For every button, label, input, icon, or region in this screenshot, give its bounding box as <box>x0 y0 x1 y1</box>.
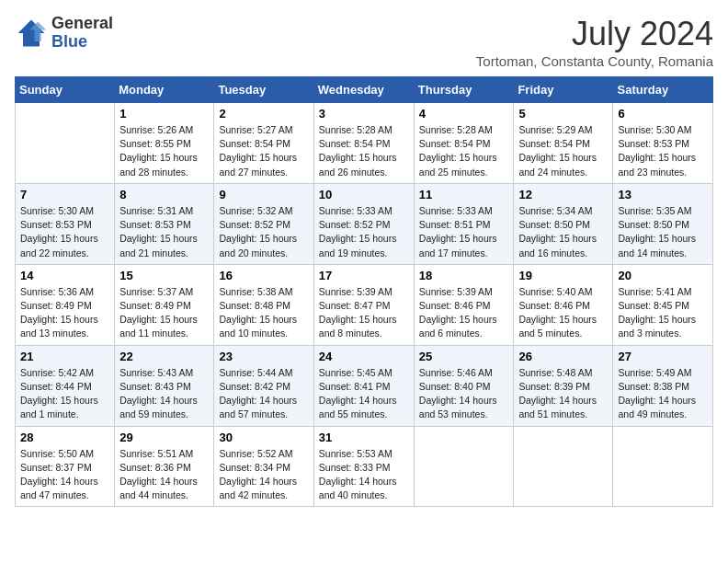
day-number: 4 <box>419 107 509 121</box>
day-cell: 31Sunrise: 5:53 AM Sunset: 8:33 PM Dayli… <box>313 426 414 507</box>
day-number: 3 <box>319 107 409 121</box>
header-wednesday: Wednesday <box>313 77 414 103</box>
day-info: Sunrise: 5:39 AM Sunset: 8:46 PM Dayligh… <box>419 285 509 341</box>
day-info: Sunrise: 5:35 AM Sunset: 8:50 PM Dayligh… <box>618 204 708 260</box>
day-cell: 29Sunrise: 5:51 AM Sunset: 8:36 PM Dayli… <box>115 426 214 507</box>
day-cell: 1Sunrise: 5:26 AM Sunset: 8:55 PM Daylig… <box>115 103 214 184</box>
day-info: Sunrise: 5:39 AM Sunset: 8:47 PM Dayligh… <box>319 285 409 341</box>
logo-blue: Blue <box>51 33 113 52</box>
day-cell: 14Sunrise: 5:36 AM Sunset: 8:49 PM Dayli… <box>16 264 115 345</box>
day-cell: 20Sunrise: 5:41 AM Sunset: 8:45 PM Dayli… <box>613 264 713 345</box>
day-number: 28 <box>20 431 109 444</box>
week-row-3: 14Sunrise: 5:36 AM Sunset: 8:49 PM Dayli… <box>16 264 713 345</box>
day-info: Sunrise: 5:37 AM Sunset: 8:49 PM Dayligh… <box>119 285 209 341</box>
day-info: Sunrise: 5:46 AM Sunset: 8:40 PM Dayligh… <box>419 366 509 422</box>
week-row-4: 21Sunrise: 5:42 AM Sunset: 8:44 PM Dayli… <box>16 345 713 426</box>
day-number: 14 <box>20 269 109 282</box>
day-info: Sunrise: 5:48 AM Sunset: 8:39 PM Dayligh… <box>518 366 608 422</box>
day-cell: 27Sunrise: 5:49 AM Sunset: 8:38 PM Dayli… <box>613 345 713 426</box>
day-info: Sunrise: 5:33 AM Sunset: 8:51 PM Dayligh… <box>419 204 509 260</box>
day-info: Sunrise: 5:28 AM Sunset: 8:54 PM Dayligh… <box>419 123 509 179</box>
day-cell <box>414 426 514 507</box>
header-tuesday: Tuesday <box>214 77 313 103</box>
day-info: Sunrise: 5:28 AM Sunset: 8:54 PM Dayligh… <box>319 123 409 179</box>
page-header: General Blue July 2024 Tortoman, Constan… <box>15 15 713 69</box>
day-cell: 24Sunrise: 5:45 AM Sunset: 8:41 PM Dayli… <box>313 345 414 426</box>
header-monday: Monday <box>115 77 214 103</box>
day-number: 22 <box>119 350 209 363</box>
day-info: Sunrise: 5:44 AM Sunset: 8:42 PM Dayligh… <box>219 366 308 422</box>
day-number: 29 <box>119 431 209 444</box>
day-cell: 28Sunrise: 5:50 AM Sunset: 8:37 PM Dayli… <box>16 426 115 507</box>
day-cell: 2Sunrise: 5:27 AM Sunset: 8:54 PM Daylig… <box>214 103 313 184</box>
day-info: Sunrise: 5:45 AM Sunset: 8:41 PM Dayligh… <box>319 366 409 422</box>
day-number: 13 <box>618 188 708 201</box>
day-info: Sunrise: 5:33 AM Sunset: 8:52 PM Dayligh… <box>319 204 409 260</box>
day-info: Sunrise: 5:42 AM Sunset: 8:44 PM Dayligh… <box>20 366 109 422</box>
day-cell: 10Sunrise: 5:33 AM Sunset: 8:52 PM Dayli… <box>313 183 414 264</box>
week-row-1: 1Sunrise: 5:26 AM Sunset: 8:55 PM Daylig… <box>16 103 713 184</box>
day-number: 10 <box>319 188 409 201</box>
day-number: 6 <box>618 107 708 121</box>
day-info: Sunrise: 5:38 AM Sunset: 8:48 PM Dayligh… <box>219 285 308 341</box>
day-cell: 6Sunrise: 5:30 AM Sunset: 8:53 PM Daylig… <box>613 103 713 184</box>
calendar-header-row: SundayMondayTuesdayWednesdayThursdayFrid… <box>16 77 713 103</box>
day-number: 21 <box>20 350 109 363</box>
day-number: 20 <box>618 269 708 282</box>
day-info: Sunrise: 5:30 AM Sunset: 8:53 PM Dayligh… <box>20 204 109 260</box>
day-cell: 4Sunrise: 5:28 AM Sunset: 8:54 PM Daylig… <box>414 103 514 184</box>
day-cell: 15Sunrise: 5:37 AM Sunset: 8:49 PM Dayli… <box>115 264 214 345</box>
day-cell: 8Sunrise: 5:31 AM Sunset: 8:53 PM Daylig… <box>115 183 214 264</box>
day-cell: 23Sunrise: 5:44 AM Sunset: 8:42 PM Dayli… <box>214 345 313 426</box>
day-number: 12 <box>518 188 608 201</box>
day-cell: 17Sunrise: 5:39 AM Sunset: 8:47 PM Dayli… <box>313 264 414 345</box>
day-cell: 3Sunrise: 5:28 AM Sunset: 8:54 PM Daylig… <box>313 103 414 184</box>
day-info: Sunrise: 5:30 AM Sunset: 8:53 PM Dayligh… <box>618 123 708 179</box>
day-cell: 19Sunrise: 5:40 AM Sunset: 8:46 PM Dayli… <box>514 264 613 345</box>
location: Tortoman, Constanta County, Romania <box>476 53 713 69</box>
title-block: July 2024 Tortoman, Constanta County, Ro… <box>476 15 713 69</box>
day-cell: 11Sunrise: 5:33 AM Sunset: 8:51 PM Dayli… <box>414 183 514 264</box>
day-number: 16 <box>219 269 308 282</box>
day-info: Sunrise: 5:40 AM Sunset: 8:46 PM Dayligh… <box>518 285 608 341</box>
day-number: 15 <box>119 269 209 282</box>
day-cell: 22Sunrise: 5:43 AM Sunset: 8:43 PM Dayli… <box>115 345 214 426</box>
week-row-5: 28Sunrise: 5:50 AM Sunset: 8:37 PM Dayli… <box>16 426 713 507</box>
day-cell <box>514 426 613 507</box>
day-number: 11 <box>419 188 509 201</box>
day-number: 9 <box>219 188 308 201</box>
day-number: 1 <box>119 107 209 121</box>
day-number: 19 <box>518 269 608 282</box>
day-info: Sunrise: 5:26 AM Sunset: 8:55 PM Dayligh… <box>119 123 209 179</box>
day-cell: 5Sunrise: 5:29 AM Sunset: 8:54 PM Daylig… <box>514 103 613 184</box>
logo-icon <box>15 17 48 50</box>
header-sunday: Sunday <box>16 77 115 103</box>
day-info: Sunrise: 5:27 AM Sunset: 8:54 PM Dayligh… <box>219 123 308 179</box>
day-info: Sunrise: 5:53 AM Sunset: 8:33 PM Dayligh… <box>319 447 409 503</box>
header-friday: Friday <box>514 77 613 103</box>
day-info: Sunrise: 5:32 AM Sunset: 8:52 PM Dayligh… <box>219 204 308 260</box>
day-number: 25 <box>419 350 509 363</box>
day-number: 31 <box>319 431 409 444</box>
calendar-table: SundayMondayTuesdayWednesdayThursdayFrid… <box>15 76 713 507</box>
day-number: 8 <box>119 188 209 201</box>
day-number: 7 <box>20 188 109 201</box>
day-number: 5 <box>518 107 608 121</box>
day-info: Sunrise: 5:41 AM Sunset: 8:45 PM Dayligh… <box>618 285 708 341</box>
day-number: 26 <box>518 350 608 363</box>
day-number: 2 <box>219 107 308 121</box>
day-cell: 12Sunrise: 5:34 AM Sunset: 8:50 PM Dayli… <box>514 183 613 264</box>
day-number: 30 <box>219 431 308 444</box>
day-info: Sunrise: 5:50 AM Sunset: 8:37 PM Dayligh… <box>20 447 109 503</box>
day-info: Sunrise: 5:52 AM Sunset: 8:34 PM Dayligh… <box>219 447 308 503</box>
day-cell: 13Sunrise: 5:35 AM Sunset: 8:50 PM Dayli… <box>613 183 713 264</box>
day-cell: 7Sunrise: 5:30 AM Sunset: 8:53 PM Daylig… <box>16 183 115 264</box>
day-info: Sunrise: 5:36 AM Sunset: 8:49 PM Dayligh… <box>20 285 109 341</box>
day-info: Sunrise: 5:43 AM Sunset: 8:43 PM Dayligh… <box>119 366 209 422</box>
week-row-2: 7Sunrise: 5:30 AM Sunset: 8:53 PM Daylig… <box>16 183 713 264</box>
month-year: July 2024 <box>476 15 713 53</box>
day-info: Sunrise: 5:49 AM Sunset: 8:38 PM Dayligh… <box>618 366 708 422</box>
day-cell: 18Sunrise: 5:39 AM Sunset: 8:46 PM Dayli… <box>414 264 514 345</box>
day-number: 23 <box>219 350 308 363</box>
logo-general: General <box>51 15 113 33</box>
